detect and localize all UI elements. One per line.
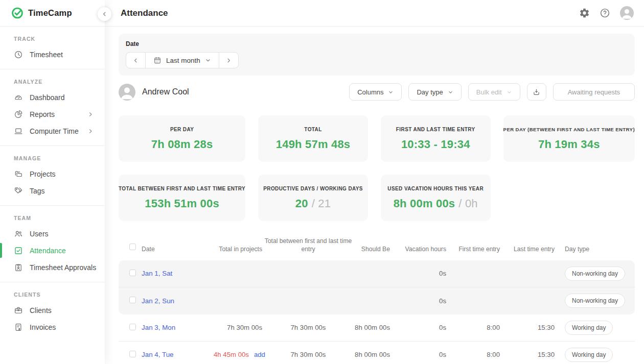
stat-label: PRODUCTIVE DAYS / WORKING DAYS <box>263 186 363 191</box>
select-all-checkbox[interactable] <box>129 244 136 250</box>
pie-chart-icon <box>14 110 23 119</box>
header-day-type: Day type <box>555 246 635 254</box>
row-checkbox[interactable] <box>129 324 136 330</box>
cell-last-time-entry: 15:30 <box>500 324 555 331</box>
row-checkbox[interactable] <box>129 297 136 303</box>
tag-icon <box>14 186 23 196</box>
cell-total-between: 7h 30m 00s <box>262 351 354 358</box>
download-icon <box>532 88 541 96</box>
stat-value: 149h 57m 48s <box>276 138 351 151</box>
page-title: Attendance <box>121 8 168 18</box>
employee-avatar <box>119 84 135 101</box>
table-row: Jan 1, Sat 0s Non-working day <box>119 260 635 287</box>
export-button[interactable] <box>527 83 546 101</box>
bulk-edit-button[interactable]: Bulk edit <box>468 83 520 101</box>
briefcase-icon <box>14 306 23 315</box>
sidebar-item-attendance[interactable]: Attendance <box>0 242 105 259</box>
date-range-control: Last month <box>126 52 239 68</box>
stat-value-secondary: / 0h <box>458 197 478 210</box>
stat-value-secondary: / 21 <box>312 197 331 210</box>
date-link[interactable]: Jan 4, Tue <box>142 351 174 358</box>
cell-should-be: 8h 00m 00s <box>354 324 390 331</box>
settings-gear-icon[interactable] <box>579 8 590 18</box>
chevron-right-icon <box>87 111 94 117</box>
sidebar-item-clients[interactable]: Clients <box>0 302 105 319</box>
attendance-table: Date Total in projects Total between fir… <box>119 232 635 364</box>
day-type-chip[interactable]: Non-working day <box>565 294 625 308</box>
cell-last-time-entry: 15:30 <box>500 351 555 358</box>
stat-label: PER DAY <box>170 127 194 132</box>
user-row: Andrew Cool Columns Day type Bulk edit <box>119 83 635 101</box>
date-link[interactable]: Jan 3, Mon <box>142 324 175 331</box>
table-row: Jan 2, Sun 0s Non-working day <box>119 287 635 314</box>
cell-first-time-entry: 8:00 <box>446 324 500 331</box>
clock-icon <box>14 50 23 59</box>
row-checkbox[interactable] <box>129 351 136 357</box>
sidebar-collapse-button[interactable] <box>98 7 111 21</box>
header-total-in-projects: Total in projects <box>214 246 262 254</box>
day-type-chip[interactable]: Non-working day <box>565 266 625 281</box>
help-icon[interactable] <box>600 8 610 18</box>
date-link[interactable]: Jan 2, Sun <box>142 297 174 305</box>
chevron-right-icon <box>87 128 94 134</box>
header-should-be: Should Be <box>354 246 390 254</box>
stat-card-used-vacation: USED VACATION HOURS THIS YEAR 8h 00m 00s… <box>381 175 491 221</box>
next-period-button[interactable] <box>219 53 238 68</box>
sidebar-section-track: TRACK Timesheet <box>0 27 105 69</box>
sidebar-item-computer-time[interactable]: Computer Time <box>0 123 105 139</box>
non-working-group: Jan 1, Sat 0s Non-working day Jan 2, Sun… <box>119 260 635 314</box>
sidebar-item-tags[interactable]: Tags <box>0 182 105 199</box>
awaiting-requests-button[interactable]: Awaiting requests <box>553 83 635 101</box>
date-link[interactable]: Jan 1, Sat <box>142 270 172 277</box>
sidebar-item-reports[interactable]: Reports <box>0 106 105 123</box>
sidebar-item-label: Users <box>30 230 49 238</box>
calendar-icon <box>153 56 162 64</box>
brand-logo[interactable]: TimeCamp <box>0 0 105 27</box>
header-vacation-hours: Vacation hours <box>390 246 446 254</box>
day-type-chip[interactable]: Working day <box>565 348 613 362</box>
invoice-icon <box>14 323 23 332</box>
day-type-button[interactable]: Day type <box>408 83 461 101</box>
bulk-edit-button-label: Bulk edit <box>476 88 502 96</box>
sidebar-item-invoices[interactable]: Invoices <box>0 319 105 335</box>
columns-button[interactable]: Columns <box>349 83 402 101</box>
sidebar-item-projects[interactable]: Projects <box>0 165 105 182</box>
header-total-between: Total between first and last time entry <box>262 237 354 254</box>
chevron-down-icon <box>507 89 512 95</box>
chevron-right-icon <box>225 57 232 64</box>
sidebar-item-users[interactable]: Users <box>0 225 105 242</box>
chevron-down-icon <box>448 89 453 95</box>
table-row: Jan 3, Mon 7h 30m 00s 7h 30m 00s 8h 00m … <box>119 314 635 342</box>
sidebar-item-label: Reports <box>30 110 55 118</box>
main-area: Attendance Date Last month <box>105 0 644 364</box>
stat-card-per-day-between: PER DAY (BETWEEN FIRST AND LAST TIME ENT… <box>503 115 635 162</box>
day-type-chip[interactable]: Working day <box>565 321 613 335</box>
stat-label: TOTAL <box>304 127 321 132</box>
chevron-down-icon <box>388 89 394 95</box>
cell-vacation: 0s <box>390 270 446 277</box>
chevron-down-icon <box>205 57 211 63</box>
cell-total-in-projects: 7h 30m 00s <box>214 324 262 331</box>
sidebar-section-manage: MANAGE Projects Tags <box>0 146 105 206</box>
section-label: ANALYZE <box>0 79 105 85</box>
stat-card-total-between: TOTAL BETWEEN FIRST AND LAST TIME ENTRY … <box>119 175 245 221</box>
awaiting-requests-label: Awaiting requests <box>568 88 620 96</box>
timecamp-logo-icon <box>11 7 24 19</box>
sidebar-item-timesheet-approvals[interactable]: Timesheet Approvals <box>0 259 105 276</box>
date-range-dropdown[interactable]: Last month <box>145 53 219 68</box>
user-avatar[interactable] <box>620 6 634 20</box>
cell-vacation: 0s <box>390 324 446 331</box>
sidebar-item-label: Invoices <box>30 323 56 331</box>
section-label: CLIENTS <box>0 292 105 298</box>
sidebar-item-dashboard[interactable]: Dashboard <box>0 89 105 106</box>
clipboard-person-icon <box>14 263 23 272</box>
sidebar-item-timesheet[interactable]: Timesheet <box>0 46 105 63</box>
row-checkbox[interactable] <box>129 270 136 276</box>
sidebar-item-label: Clients <box>30 306 52 314</box>
sidebar-section-clients: CLIENTS Clients Invoices <box>0 282 105 342</box>
stat-value: 7h 19m 34s <box>538 138 600 151</box>
stat-card-total: TOTAL 149h 57m 48s <box>258 115 368 162</box>
sidebar-item-label: Tags <box>30 187 45 195</box>
person-icon <box>620 6 634 20</box>
prev-period-button[interactable] <box>126 53 145 68</box>
